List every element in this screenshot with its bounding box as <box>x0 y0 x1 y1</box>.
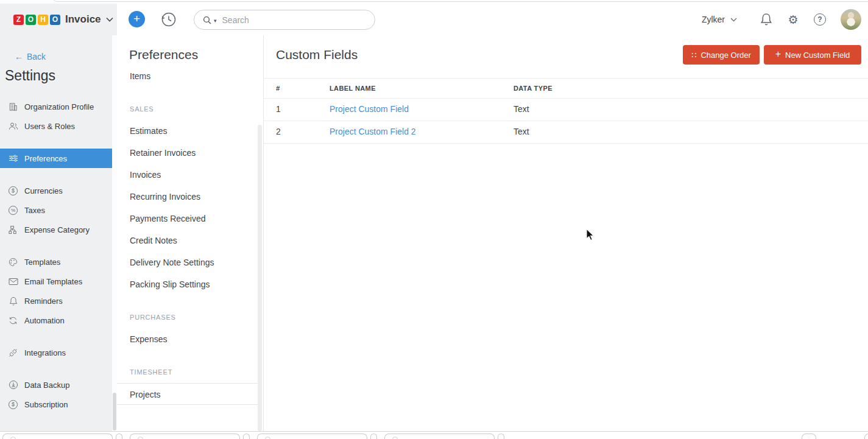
bottom-cutoff-card <box>864 434 868 439</box>
palette-icon <box>8 257 18 267</box>
settings-button[interactable]: ⚙ <box>786 12 800 27</box>
bottom-cutoff-card <box>802 434 816 439</box>
table-border <box>264 143 868 144</box>
recent-history-button[interactable] <box>160 10 177 28</box>
top-bar: + ▾ Zylker ⚙ ? <box>117 4 868 35</box>
preferences-scrollbar[interactable] <box>258 125 262 431</box>
pref-item-retainer-invoices[interactable]: Retainer Invoices <box>117 142 258 164</box>
row-data-type: Text <box>513 104 529 114</box>
sidebar-item-label: Automation <box>24 316 65 325</box>
bell-icon <box>760 13 772 26</box>
pref-item-packing-slip-settings[interactable]: Packing Slip Settings <box>117 273 258 295</box>
page-title: Custom Fields <box>276 47 358 62</box>
bell-icon <box>8 296 18 306</box>
org-name: Zylker <box>702 15 725 24</box>
pref-item-projects[interactable]: Projects <box>117 383 258 405</box>
history-icon <box>160 10 177 28</box>
new-custom-field-button[interactable]: + New Custom Field <box>764 45 861 65</box>
bottom-cutoff-card <box>370 434 377 439</box>
top-cutoff-fragment <box>52 0 868 2</box>
sidebar-item-taxes[interactable]: % Taxes <box>0 200 112 220</box>
preferences-panel: Preferences Items SALES Estimates Retain… <box>117 35 264 431</box>
logo-tile-o2: O <box>50 15 60 25</box>
global-search[interactable]: ▾ <box>194 10 375 30</box>
bottom-cutoff-card <box>2 434 113 439</box>
logo-tile-o1: O <box>26 15 36 25</box>
users-icon <box>8 121 18 132</box>
envelope-icon <box>8 276 18 287</box>
cursor-arrow <box>586 228 595 241</box>
sidebar-scrollbar[interactable] <box>112 35 117 431</box>
download-circle-icon <box>8 380 18 390</box>
bottom-cutoff-card <box>130 434 240 439</box>
sidebar-item-users-roles[interactable]: Users & Roles <box>0 116 112 136</box>
sidebar-item-label: Subscription <box>24 400 68 409</box>
sidebar-item-label: Integrations <box>24 348 66 357</box>
pref-item-invoices[interactable]: Invoices <box>117 164 258 186</box>
change-order-button[interactable]: ∷ Change Order <box>683 45 760 65</box>
sidebar-scrollbar-thumb[interactable] <box>113 393 116 430</box>
pref-item-payments-received[interactable]: Payments Received <box>117 208 258 230</box>
help-icon: ? <box>814 13 826 26</box>
preferences-panel-title: Preferences <box>129 47 198 62</box>
custom-fields-main: Custom Fields ∷ Change Order + New Custo… <box>264 35 868 431</box>
sidebar-item-label: Templates <box>24 258 60 267</box>
pref-item-items[interactable]: Items <box>117 68 258 87</box>
chevron-down-icon <box>730 18 737 22</box>
quick-create-button[interactable]: + <box>129 11 145 27</box>
plug-icon <box>8 348 18 358</box>
bottom-cutoff-card <box>257 434 367 439</box>
sidebar-item-subscription[interactable]: $ Subscription <box>0 395 112 414</box>
pref-item-recurring-invoices[interactable]: Recurring Invoices <box>117 186 258 208</box>
sidebar-item-data-backup[interactable]: Data Backup <box>0 375 112 395</box>
sidebar-item-label: Reminders <box>24 297 63 306</box>
table-border <box>264 98 868 99</box>
sliders-icon <box>8 153 18 164</box>
search-input[interactable] <box>222 15 356 25</box>
row-num: 2 <box>276 127 281 136</box>
sidebar-item-integrations[interactable]: Integrations <box>0 343 112 362</box>
settings-page-title: Settings <box>5 68 55 84</box>
preferences-list: Items SALES Estimates Retainer Invoices … <box>117 68 258 431</box>
sidebar-item-label: Preferences <box>24 154 67 163</box>
pref-item-expenses[interactable]: Expenses <box>117 328 258 350</box>
logo-tile-h: H <box>38 15 48 25</box>
sidebar-item-label: Taxes <box>24 206 45 215</box>
sidebar-item-reminders[interactable]: Reminders <box>0 291 112 311</box>
plus-icon: + <box>775 49 781 60</box>
avatar[interactable] <box>841 9 861 30</box>
drag-dots-icon: ∷ <box>691 51 696 60</box>
row-label-link[interactable]: Project Custom Field 2 <box>330 127 416 136</box>
pref-item-delivery-note-settings[interactable]: Delivery Note Settings <box>117 251 258 273</box>
bottom-cutoff-card <box>498 434 504 439</box>
sidebar-item-templates[interactable]: Templates <box>0 252 112 272</box>
column-header-data-type: DATA TYPE <box>513 85 552 92</box>
sidebar-item-preferences[interactable]: Preferences <box>0 149 112 168</box>
building-icon <box>8 102 18 112</box>
sidebar-item-expense-category[interactable]: Expense Category <box>0 220 112 239</box>
back-link[interactable]: ←Back <box>15 52 46 61</box>
chevron-down-icon[interactable] <box>106 17 113 22</box>
sidebar-item-organization-profile[interactable]: Organization Profile <box>0 97 112 116</box>
hierarchy-icon <box>8 225 18 235</box>
pref-item-credit-notes[interactable]: Credit Notes <box>117 230 258 251</box>
column-header-label-name: LABEL NAME <box>330 85 376 92</box>
bottom-cutoff-card <box>243 434 250 439</box>
sidebar-item-label: Data Backup <box>24 381 69 390</box>
plus-icon: + <box>133 12 140 25</box>
bottom-divider <box>0 431 868 432</box>
org-picker[interactable]: Zylker <box>702 15 737 24</box>
sidebar-item-currencies[interactable]: $ Currencies <box>0 181 112 200</box>
column-header-num: # <box>276 85 280 92</box>
search-scope-caret-icon[interactable]: ▾ <box>214 18 217 24</box>
pref-item-estimates[interactable]: Estimates <box>117 120 258 142</box>
help-button[interactable]: ? <box>813 12 827 27</box>
sidebar-item-automation[interactable]: Automation <box>0 311 112 330</box>
zoho-invoice-logo[interactable]: Z O H O Invoice <box>0 4 117 26</box>
notifications-button[interactable] <box>759 12 774 27</box>
sidebar-item-email-templates[interactable]: Email Templates <box>0 272 112 291</box>
row-label-link[interactable]: Project Custom Field <box>330 104 409 114</box>
dollar-badge-icon: $ <box>8 399 18 410</box>
back-arrow-icon: ← <box>15 52 23 61</box>
settings-sidebar: Z O H O Invoice ←Back Settings Organizat… <box>0 4 117 431</box>
